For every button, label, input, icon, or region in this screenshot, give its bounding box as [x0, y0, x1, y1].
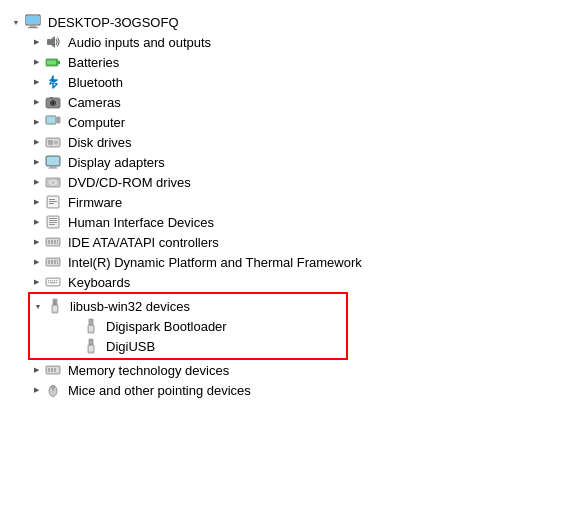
svg-rect-69	[89, 326, 93, 331]
intel-toggle[interactable]	[28, 254, 44, 270]
bluetooth-item[interactable]: Bluetooth	[28, 72, 561, 92]
svg-rect-50	[57, 260, 58, 264]
intel-item[interactable]: Intel(R) Dynamic Platform and Thermal Fr…	[28, 252, 561, 272]
svg-rect-21	[47, 157, 59, 165]
audio-toggle[interactable]	[28, 34, 44, 50]
libusb-highlight-box: libusb-win32 devices Digispark Bootloade…	[28, 292, 348, 360]
svg-rect-64	[53, 306, 57, 311]
svg-point-19	[54, 141, 58, 145]
memory-toggle[interactable]	[28, 362, 44, 378]
cameras-toggle[interactable]	[28, 94, 44, 110]
disk-item[interactable]: Disk drives	[28, 132, 561, 152]
display-item[interactable]: Display adapters	[28, 152, 561, 172]
svg-rect-75	[48, 368, 50, 372]
svg-rect-56	[54, 280, 55, 281]
disk-toggle[interactable]	[28, 134, 44, 150]
svg-rect-4	[47, 39, 51, 45]
svg-rect-12	[50, 97, 53, 99]
level1-items: Audio inputs and outputs Batteries	[8, 32, 561, 292]
svg-rect-42	[51, 240, 53, 244]
svg-rect-65	[54, 301, 56, 302]
bluetooth-toggle[interactable]	[28, 74, 44, 90]
svg-rect-54	[50, 280, 51, 281]
ide-icon	[44, 233, 62, 251]
hid-item[interactable]: Human Interface Devices	[28, 212, 561, 232]
digispark-label: Digispark Bootloader	[104, 318, 229, 335]
svg-point-26	[52, 181, 55, 184]
svg-rect-18	[48, 140, 53, 145]
digiusb-item[interactable]: DigiUSB	[66, 336, 346, 356]
svg-rect-67	[89, 319, 93, 325]
display-label: Display adapters	[66, 154, 167, 171]
root-item[interactable]: DESKTOP-3OGSOFQ	[8, 12, 561, 32]
svg-rect-41	[48, 240, 50, 244]
root-icon	[24, 13, 42, 31]
ide-label: IDE ATA/ATAPI controllers	[66, 234, 221, 251]
svg-rect-36	[49, 220, 57, 221]
svg-rect-3	[28, 27, 38, 28]
mice-label: Mice and other pointing devices	[66, 382, 253, 399]
svg-rect-23	[49, 168, 58, 169]
keyboards-label: Keyboards	[66, 274, 132, 291]
ide-toggle[interactable]	[28, 234, 44, 250]
svg-rect-49	[54, 260, 56, 264]
memory-item[interactable]: Memory technology devices	[28, 360, 561, 380]
svg-rect-55	[52, 280, 53, 281]
mice-item[interactable]: Mice and other pointing devices	[28, 380, 561, 400]
digispark-icon	[82, 317, 100, 335]
computer-toggle[interactable]	[28, 114, 44, 130]
svg-rect-38	[49, 224, 55, 225]
svg-rect-77	[54, 368, 56, 372]
svg-rect-53	[48, 280, 49, 281]
keyboards-toggle[interactable]	[28, 274, 44, 290]
svg-rect-47	[48, 260, 50, 264]
intel-label: Intel(R) Dynamic Platform and Thermal Fr…	[66, 254, 364, 271]
firmware-item[interactable]: Firmware	[28, 192, 561, 212]
svg-rect-1	[26, 16, 40, 24]
svg-rect-35	[49, 218, 57, 219]
device-tree: DESKTOP-3OGSOFQ Audio inputs and outputs	[0, 8, 569, 404]
libusb-parent-item[interactable]: libusb-win32 devices	[30, 296, 346, 316]
mice-toggle[interactable]	[28, 382, 44, 398]
cameras-icon	[44, 93, 62, 111]
svg-rect-14	[57, 117, 60, 123]
batteries-label: Batteries	[66, 54, 121, 71]
batteries-toggle[interactable]	[28, 54, 44, 70]
svg-rect-15	[47, 117, 56, 124]
mice-icon	[44, 381, 62, 399]
ide-item[interactable]: IDE ATA/ATAPI controllers	[28, 232, 561, 252]
hid-icon	[44, 213, 62, 231]
audio-item[interactable]: Audio inputs and outputs	[28, 32, 561, 52]
hid-toggle[interactable]	[28, 214, 44, 230]
svg-rect-43	[54, 240, 56, 244]
dvd-item[interactable]: DVD/CD-ROM drives	[28, 172, 561, 192]
libusb-toggle[interactable]	[30, 298, 46, 314]
disk-label: Disk drives	[66, 134, 134, 151]
firmware-label: Firmware	[66, 194, 124, 211]
root-toggle[interactable]	[8, 14, 24, 30]
svg-rect-6	[58, 61, 60, 64]
svg-rect-61	[56, 282, 57, 283]
keyboards-item[interactable]: Keyboards	[28, 272, 561, 292]
libusb-label: libusb-win32 devices	[68, 298, 192, 315]
computer-item[interactable]: Computer	[28, 112, 561, 132]
svg-rect-70	[89, 339, 93, 345]
libusb-section: libusb-win32 devices Digispark Bootloade…	[8, 292, 561, 360]
digispark-item[interactable]: Digispark Bootloader	[66, 316, 346, 336]
audio-icon	[44, 33, 62, 51]
batteries-item[interactable]: Batteries	[28, 52, 561, 72]
digiusb-label: DigiUSB	[104, 338, 157, 355]
firmware-toggle[interactable]	[28, 194, 44, 210]
audio-label: Audio inputs and outputs	[66, 34, 213, 51]
display-toggle[interactable]	[28, 154, 44, 170]
cameras-item[interactable]: Cameras	[28, 92, 561, 112]
svg-rect-32	[49, 203, 54, 204]
svg-rect-7	[47, 61, 56, 65]
digiusb-icon	[82, 337, 100, 355]
svg-rect-44	[57, 240, 58, 244]
svg-rect-30	[49, 199, 55, 200]
computer-label: Computer	[66, 114, 127, 131]
svg-rect-72	[89, 346, 93, 351]
display-icon	[44, 153, 62, 171]
dvd-toggle[interactable]	[28, 174, 44, 190]
